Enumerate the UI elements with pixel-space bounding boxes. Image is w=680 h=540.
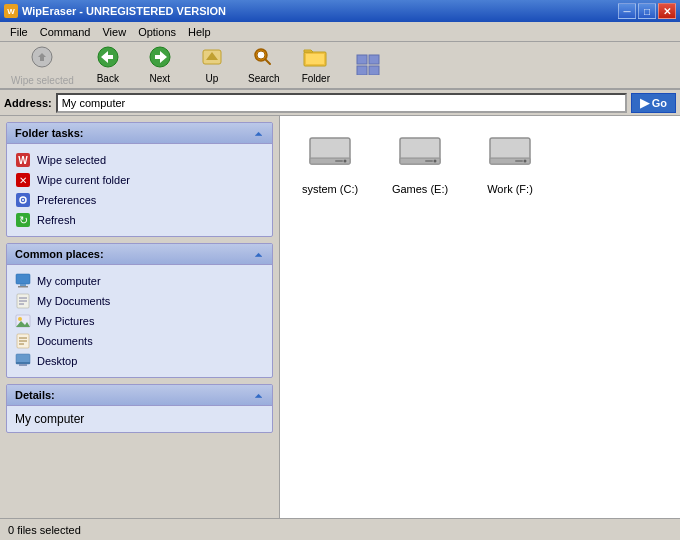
up-label: Up	[205, 73, 218, 84]
task-wipe-selected-label: Wipe selected	[37, 154, 106, 166]
svg-point-22	[22, 199, 24, 201]
svg-rect-25	[16, 274, 30, 284]
search-button[interactable]: Search	[239, 46, 289, 84]
place-my-documents-label: My Documents	[37, 295, 110, 307]
folder-button[interactable]: Folder	[291, 46, 341, 84]
svg-line-9	[265, 60, 270, 65]
svg-rect-27	[18, 286, 28, 288]
svg-rect-11	[306, 54, 324, 64]
place-my-documents[interactable]: My Documents	[15, 291, 264, 311]
task-refresh[interactable]: ↻ Refresh	[15, 210, 264, 230]
drive-c-item[interactable]: system (C:)	[290, 126, 370, 203]
svg-point-8	[257, 51, 265, 59]
common-places-title: Common places:	[15, 248, 104, 260]
folder-tasks-collapse-icon: ⏶	[254, 128, 264, 139]
my-computer-icon	[15, 273, 31, 289]
wipe-selected-button[interactable]: Wipe selected	[4, 46, 81, 84]
wipe-current-folder-icon: ✕	[15, 172, 31, 188]
drive-f-icon	[487, 134, 533, 179]
left-panel: Folder tasks: ⏶ W Wipe selected	[0, 116, 280, 518]
menu-bar: File Command View Options Help	[0, 22, 680, 42]
svg-rect-15	[369, 66, 379, 75]
svg-rect-12	[357, 55, 367, 64]
drive-f-item[interactable]: Work (F:)	[470, 126, 550, 203]
back-button[interactable]: Back	[83, 46, 133, 84]
right-panel: system (C:) Games (E:)	[280, 116, 680, 518]
search-icon	[251, 46, 277, 71]
common-places-header[interactable]: Common places: ⏶	[7, 244, 272, 265]
details-collapse-icon: ⏶	[254, 390, 264, 401]
menu-view[interactable]: View	[96, 25, 132, 39]
refresh-icon: ↻	[15, 212, 31, 228]
task-wipe-current-folder-label: Wipe current folder	[37, 174, 130, 186]
drive-e-item[interactable]: Games (E:)	[380, 126, 460, 203]
app-icon: W	[4, 4, 18, 18]
details-body: My computer	[7, 406, 272, 432]
menu-file[interactable]: File	[4, 25, 34, 39]
desktop-icon	[15, 353, 31, 369]
back-icon	[95, 46, 121, 71]
menu-options[interactable]: Options	[132, 25, 182, 39]
task-preferences-label: Preferences	[37, 194, 96, 206]
place-documents-label: Documents	[37, 335, 93, 347]
drive-e-label: Games (E:)	[392, 183, 448, 195]
task-wipe-current-folder[interactable]: ✕ Wipe current folder	[15, 170, 264, 190]
place-my-computer[interactable]: My computer	[15, 271, 264, 291]
next-label: Next	[150, 73, 171, 84]
search-label: Search	[248, 73, 280, 84]
place-documents[interactable]: Documents	[15, 331, 264, 351]
toolbar: Wipe selected Back Next Up	[0, 42, 680, 90]
back-label: Back	[97, 73, 119, 84]
common-places-collapse-icon: ⏶	[254, 249, 264, 260]
place-my-pictures[interactable]: My Pictures	[15, 311, 264, 331]
menu-command[interactable]: Command	[34, 25, 97, 39]
next-button[interactable]: Next	[135, 46, 185, 84]
go-label: Go	[652, 97, 667, 109]
preferences-icon	[15, 192, 31, 208]
details-title: Details:	[15, 389, 55, 401]
svg-rect-41	[19, 364, 27, 366]
minimize-button[interactable]: ─	[618, 3, 636, 19]
documents-icon	[15, 333, 31, 349]
details-section: Details: ⏶ My computer	[6, 384, 273, 433]
status-text: 0 files selected	[8, 524, 81, 536]
up-icon	[200, 46, 224, 71]
drive-c-icon	[307, 134, 353, 179]
folder-tasks-header[interactable]: Folder tasks: ⏶	[7, 123, 272, 144]
next-icon	[147, 46, 173, 71]
task-refresh-label: Refresh	[37, 214, 76, 226]
task-preferences[interactable]: Preferences	[15, 190, 264, 210]
folder-tasks-body: W Wipe selected ✕ Wipe current folder	[7, 144, 272, 236]
up-button[interactable]: Up	[187, 46, 237, 84]
drive-e-icon	[397, 134, 443, 179]
details-header[interactable]: Details: ⏶	[7, 385, 272, 406]
view-toggle-button[interactable]	[343, 46, 393, 84]
svg-rect-44	[335, 160, 343, 162]
go-button[interactable]: ▶ Go	[631, 93, 676, 113]
place-my-computer-label: My computer	[37, 275, 101, 287]
go-arrow-icon: ▶	[640, 96, 649, 110]
drive-c-label: system (C:)	[302, 183, 358, 195]
menu-help[interactable]: Help	[182, 25, 217, 39]
place-desktop[interactable]: Desktop	[15, 351, 264, 371]
wipe-selected-icon	[30, 45, 54, 73]
my-pictures-icon	[15, 313, 31, 329]
folder-label: Folder	[302, 73, 330, 84]
address-bar: Address: ▶ Go	[0, 90, 680, 116]
address-input[interactable]	[56, 93, 627, 113]
close-button[interactable]: ✕	[658, 3, 676, 19]
task-wipe-selected[interactable]: W Wipe selected	[15, 150, 264, 170]
wipe-selected-task-icon: W	[15, 152, 31, 168]
svg-rect-40	[16, 362, 30, 364]
folder-tasks-section: Folder tasks: ⏶ W Wipe selected	[6, 122, 273, 237]
svg-rect-48	[425, 160, 433, 162]
my-documents-icon	[15, 293, 31, 309]
status-bar: 0 files selected	[0, 518, 680, 540]
main-area: Folder tasks: ⏶ W Wipe selected	[0, 116, 680, 518]
svg-text:W: W	[18, 155, 28, 166]
svg-rect-14	[357, 66, 367, 75]
wipe-selected-label: Wipe selected	[11, 75, 74, 86]
maximize-button[interactable]: □	[638, 3, 656, 19]
title-bar: W WipEraser - UNREGISTERED VERSION ─ □ ✕	[0, 0, 680, 22]
address-label: Address:	[4, 97, 52, 109]
